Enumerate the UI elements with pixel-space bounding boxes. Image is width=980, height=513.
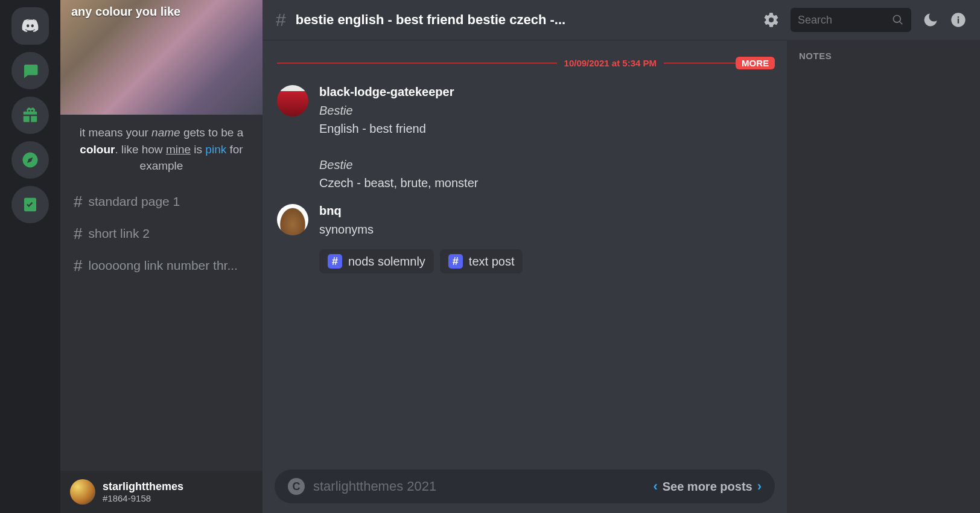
notebook-check-icon (21, 196, 39, 214)
channel-label: short link 2 (88, 226, 150, 241)
channel-item[interactable]: # short link 2 (65, 218, 258, 249)
notes-panel: NOTES (787, 40, 980, 513)
topbar: # bestie english - best friend bestie cz… (262, 0, 980, 40)
message-list[interactable]: 10/09/2021 at 5:34 PM MORE black-lodge-g… (262, 40, 787, 460)
more-badge[interactable]: MORE (736, 57, 775, 69)
message-text: Bestie English - best friend Bestie Czec… (319, 101, 478, 192)
avatar[interactable] (277, 204, 308, 235)
channel-title: bestie english - best friend bestie czec… (296, 12, 753, 28)
tag-chip[interactable]: # nods solemnly (319, 249, 434, 273)
channel-item[interactable]: # looooong link number thr... (65, 250, 258, 281)
message-author[interactable]: bnq (319, 204, 523, 218)
message: bnq synonyms # nods solemnly # text post (277, 204, 772, 273)
message-text: synonyms (319, 220, 523, 238)
hash-icon: # (74, 193, 82, 211)
see-more-posts-button[interactable]: ‹ See more posts › (653, 479, 762, 494)
checklist-icon[interactable] (11, 186, 49, 223)
search-field[interactable] (798, 14, 887, 27)
search-icon (892, 14, 904, 26)
channel-item[interactable]: # standard page 1 (65, 186, 258, 217)
server-banner[interactable]: any colour you like (60, 0, 262, 115)
footer-credit: starlightthemes 2021 (313, 479, 436, 494)
username: starlightthemes (103, 480, 183, 493)
footer-bar: C starlightthemes 2021 ‹ See more posts … (275, 470, 775, 503)
chat-icon[interactable] (11, 52, 49, 89)
compass-icon[interactable] (11, 141, 49, 179)
message: black-lodge-gatekeeper Bestie English - … (277, 85, 772, 192)
copyright-icon: C (288, 478, 305, 495)
notes-header: NOTES (792, 46, 975, 65)
tag-row: # nods solemnly # text post (319, 249, 523, 273)
info-icon (950, 11, 967, 28)
hash-icon: # (276, 10, 286, 30)
message-author[interactable]: black-lodge-gatekeeper (319, 85, 478, 99)
main-area: # bestie english - best friend bestie cz… (262, 0, 980, 513)
channel-list: # standard page 1 # short link 2 # loooo… (60, 184, 262, 284)
gift-box-icon (21, 106, 39, 124)
moon-icon (922, 11, 939, 28)
server-description: it means your name gets to be a colour. … (60, 115, 262, 184)
chat-bubble-icon (21, 62, 39, 80)
avatar[interactable] (277, 85, 308, 116)
user-tag: #1864-9158 (103, 493, 183, 503)
discord-home-icon[interactable] (11, 7, 49, 45)
discord-icon (21, 17, 39, 35)
divider-timestamp: 10/09/2021 at 5:34 PM (564, 58, 657, 68)
explore-compass-icon (21, 151, 39, 169)
user-footer[interactable]: starlightthemes #1864-9158 (60, 471, 262, 513)
gear-icon (763, 11, 780, 28)
hash-icon: # (74, 225, 82, 243)
settings-button[interactable] (763, 11, 780, 28)
hash-icon: # (74, 256, 82, 275)
channel-label: standard page 1 (88, 194, 180, 209)
channel-sidebar: any colour you like it means your name g… (60, 0, 262, 513)
tag-chip[interactable]: # text post (440, 249, 523, 273)
chevron-left-icon: ‹ (653, 479, 657, 494)
hash-badge-icon: # (448, 254, 463, 269)
hash-badge-icon: # (328, 254, 342, 269)
info-button[interactable] (950, 11, 967, 28)
chat-area: 10/09/2021 at 5:34 PM MORE black-lodge-g… (262, 40, 787, 513)
server-name: any colour you like (71, 5, 180, 19)
server-rail (0, 0, 60, 513)
channel-label: looooong link number thr... (88, 258, 238, 273)
new-messages-divider: 10/09/2021 at 5:34 PM MORE (277, 58, 772, 68)
dark-mode-button[interactable] (922, 11, 939, 28)
search-input[interactable] (791, 8, 911, 32)
gift-icon[interactable] (11, 97, 49, 134)
avatar (70, 479, 95, 505)
chevron-right-icon: › (757, 479, 762, 494)
